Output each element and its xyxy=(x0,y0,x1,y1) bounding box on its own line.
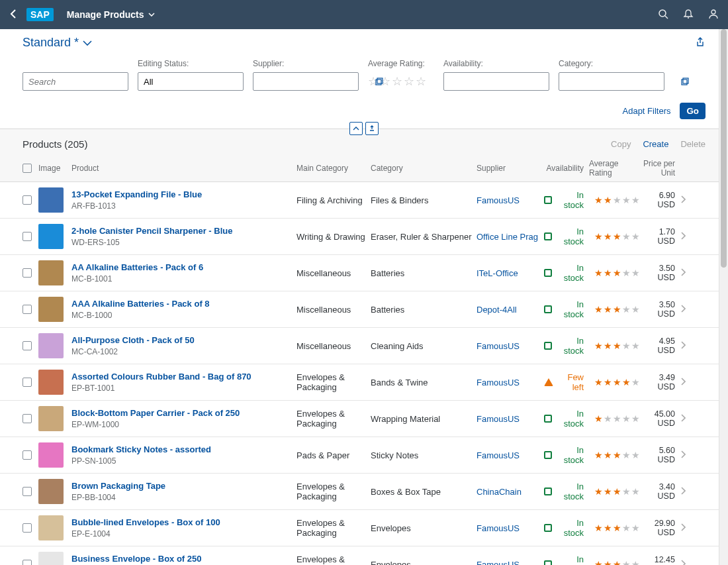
star-icon[interactable]: ☆ xyxy=(392,74,402,89)
row-nav-chevron-icon[interactable] xyxy=(675,413,691,424)
product-name-link[interactable]: All-Purpose Cloth - Pack of 50 xyxy=(71,335,296,345)
row-checkbox[interactable] xyxy=(23,232,32,241)
product-name-link[interactable]: AA Alkaline Batteries - Pack of 6 xyxy=(71,262,296,272)
app-title-menu[interactable]: Manage Products xyxy=(67,9,155,20)
table-row[interactable]: Bubble-lined Envelopes - Box of 100EP-E-… xyxy=(0,510,728,546)
row-nav-chevron-icon[interactable] xyxy=(675,486,691,497)
supplier-link[interactable]: FamousUS xyxy=(477,195,520,205)
availability-status: In stock xyxy=(544,336,584,356)
supplier-link[interactable]: Office Line Prag xyxy=(477,232,538,242)
row-checkbox[interactable] xyxy=(23,305,32,314)
star-icon: ★ xyxy=(613,268,621,278)
row-nav-chevron-icon[interactable] xyxy=(675,195,691,205)
row-checkbox[interactable] xyxy=(23,560,32,565)
row-checkbox[interactable] xyxy=(23,523,32,533)
row-checkbox[interactable] xyxy=(23,341,32,350)
pin-header-icon[interactable] xyxy=(365,122,379,135)
supplier-link[interactable]: FamousUS xyxy=(477,560,520,566)
table-row[interactable]: AA Alkaline Batteries - Pack of 6MC-B-10… xyxy=(0,255,728,291)
cell-category: Sticky Notes xyxy=(371,450,477,460)
row-nav-chevron-icon[interactable] xyxy=(675,559,691,565)
search-input[interactable] xyxy=(23,77,145,87)
product-id: EP-BB-1004 xyxy=(71,493,296,502)
supplier-link[interactable]: FamousUS xyxy=(477,341,520,351)
product-name-link[interactable]: AAA Alkaline Batteries - Pack of 8 xyxy=(71,299,296,309)
row-nav-chevron-icon[interactable] xyxy=(675,377,691,387)
select-all-checkbox[interactable] xyxy=(23,164,32,173)
product-name-link[interactable]: Brown Packaging Tape xyxy=(71,481,296,491)
row-checkbox[interactable] xyxy=(23,268,32,278)
variant-selector[interactable]: Standard * xyxy=(23,36,92,50)
supplier-link[interactable]: ITeL-Office xyxy=(477,268,518,278)
square-icon xyxy=(544,305,552,313)
availability-select[interactable] xyxy=(443,72,549,91)
table-row[interactable]: AAA Alkaline Batteries - Pack of 8MC-B-1… xyxy=(0,291,728,328)
product-name-link[interactable]: Block-Bottom Paper Carrier - Pack of 250 xyxy=(71,408,296,418)
row-checkbox[interactable] xyxy=(23,378,32,387)
product-name-link[interactable]: 2-hole Canister Pencil Sharpener - Blue xyxy=(71,226,296,236)
cell-category: Boxes & Box Tape xyxy=(371,487,477,497)
value-help-icon[interactable] xyxy=(681,77,689,85)
row-checkbox[interactable] xyxy=(23,195,32,205)
supplier-value-help[interactable] xyxy=(253,72,359,91)
table-row[interactable]: Block-Bottom Paper Carrier - Pack of 250… xyxy=(0,401,728,437)
square-icon xyxy=(544,342,552,350)
search-icon[interactable] xyxy=(658,9,668,21)
cell-price: 6.90USD xyxy=(634,191,675,209)
product-id: EP-WM-1000 xyxy=(71,420,296,429)
user-icon[interactable] xyxy=(708,9,719,21)
filter-label-availability: Availability: xyxy=(443,59,549,70)
row-nav-chevron-icon[interactable] xyxy=(675,231,691,242)
copy-action[interactable]: Copy xyxy=(611,139,631,149)
product-name-link[interactable]: 13-Pocket Expanding File - Blue xyxy=(71,189,296,199)
supplier-link[interactable]: ChinaChain xyxy=(477,487,522,497)
supplier-input[interactable] xyxy=(253,77,375,87)
supplier-link[interactable]: FamousUS xyxy=(477,414,520,424)
category-value-help[interactable] xyxy=(559,72,664,91)
star-icon: ★ xyxy=(604,486,612,497)
star-icon: ★ xyxy=(604,559,612,565)
row-nav-chevron-icon[interactable] xyxy=(675,268,691,278)
supplier-link[interactable]: FamousUS xyxy=(477,523,520,533)
table-row[interactable]: 2-hole Canister Pencil Sharpener - BlueW… xyxy=(0,219,728,255)
delete-action[interactable]: Delete xyxy=(680,139,705,149)
supplier-link[interactable]: FamousUS xyxy=(477,450,520,460)
collapse-header-icon[interactable] xyxy=(349,122,363,135)
product-name-link[interactable]: Bookmark Sticky Notes - assorted xyxy=(71,444,296,454)
availability-text: In stock xyxy=(556,518,584,538)
table-row[interactable]: Business Envelope - Box of 250EP-E-1000E… xyxy=(0,546,728,565)
product-name-link[interactable]: Assorted Colours Rubber Band - Bag of 87… xyxy=(71,372,296,382)
page-scrollbar[interactable] xyxy=(719,29,728,565)
row-nav-chevron-icon[interactable] xyxy=(675,340,691,351)
table-row[interactable]: All-Purpose Cloth - Pack of 50MC-CA-1002… xyxy=(0,328,728,364)
table-row[interactable]: Assorted Colours Rubber Band - Bag of 87… xyxy=(0,364,728,401)
star-icon[interactable]: ☆ xyxy=(404,74,414,89)
notification-icon[interactable] xyxy=(683,9,694,21)
product-name-link[interactable]: Business Envelope - Box of 250 xyxy=(71,554,296,564)
row-checkbox[interactable] xyxy=(23,487,32,496)
go-button[interactable]: Go xyxy=(680,103,705,119)
row-nav-chevron-icon[interactable] xyxy=(675,523,691,533)
supplier-link[interactable]: Depot-4All xyxy=(477,305,517,315)
value-help-icon[interactable] xyxy=(375,77,383,85)
row-nav-chevron-icon[interactable] xyxy=(675,450,691,460)
search-field[interactable] xyxy=(23,72,128,91)
share-icon[interactable] xyxy=(695,36,705,49)
star-icon[interactable]: ☆ xyxy=(416,74,426,89)
star-icon: ★ xyxy=(622,486,631,497)
category-input[interactable] xyxy=(559,77,681,87)
adapt-filters-link[interactable]: Adapt Filters xyxy=(623,106,671,116)
editing-status-select[interactable] xyxy=(138,72,244,91)
create-action[interactable]: Create xyxy=(643,139,668,149)
product-name-link[interactable]: Bubble-lined Envelopes - Box of 100 xyxy=(71,517,296,527)
supplier-link[interactable]: FamousUS xyxy=(477,378,520,387)
availability-status: Few left xyxy=(544,372,584,392)
back-icon[interactable] xyxy=(9,9,17,21)
editing-status-value xyxy=(138,77,260,87)
row-checkbox[interactable] xyxy=(23,414,32,423)
row-checkbox[interactable] xyxy=(23,450,32,460)
table-row[interactable]: Brown Packaging TapeEP-BB-1004Envelopes … xyxy=(0,474,728,510)
row-nav-chevron-icon[interactable] xyxy=(675,304,691,315)
table-row[interactable]: Bookmark Sticky Notes - assortedPP-SN-10… xyxy=(0,437,728,474)
table-row[interactable]: 13-Pocket Expanding File - BlueAR-FB-101… xyxy=(0,182,728,219)
